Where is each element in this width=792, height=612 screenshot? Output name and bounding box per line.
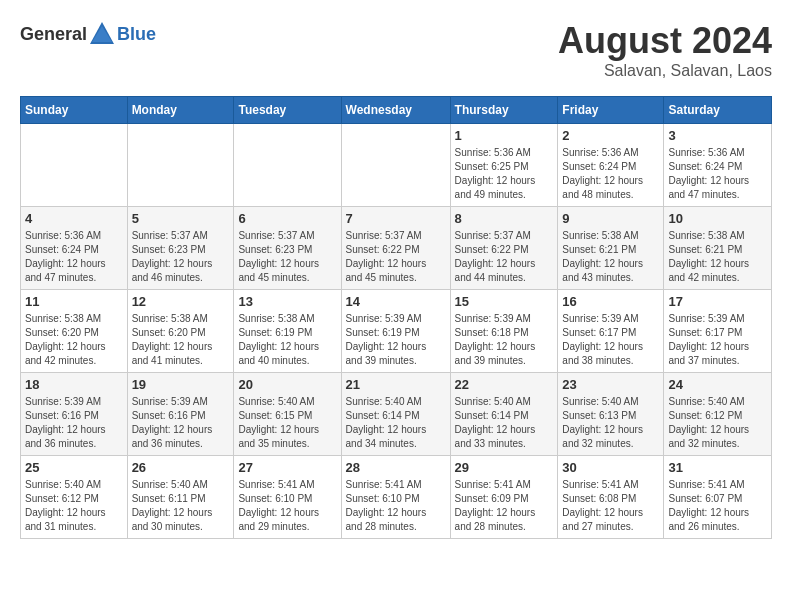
calendar-cell: 26Sunrise: 5:40 AM Sunset: 6:11 PM Dayli… — [127, 456, 234, 539]
day-info: Sunrise: 5:36 AM Sunset: 6:24 PM Dayligh… — [668, 146, 767, 202]
day-info: Sunrise: 5:41 AM Sunset: 6:10 PM Dayligh… — [238, 478, 336, 534]
calendar-cell: 20Sunrise: 5:40 AM Sunset: 6:15 PM Dayli… — [234, 373, 341, 456]
calendar-cell: 31Sunrise: 5:41 AM Sunset: 6:07 PM Dayli… — [664, 456, 772, 539]
day-number: 23 — [562, 377, 659, 392]
calendar-cell — [21, 124, 128, 207]
day-info: Sunrise: 5:40 AM Sunset: 6:12 PM Dayligh… — [25, 478, 123, 534]
day-number: 3 — [668, 128, 767, 143]
weekday-header-sunday: Sunday — [21, 97, 128, 124]
weekday-header-friday: Friday — [558, 97, 664, 124]
day-info: Sunrise: 5:41 AM Sunset: 6:07 PM Dayligh… — [668, 478, 767, 534]
day-info: Sunrise: 5:39 AM Sunset: 6:16 PM Dayligh… — [25, 395, 123, 451]
calendar-cell: 11Sunrise: 5:38 AM Sunset: 6:20 PM Dayli… — [21, 290, 128, 373]
calendar-cell: 8Sunrise: 5:37 AM Sunset: 6:22 PM Daylig… — [450, 207, 558, 290]
calendar-cell: 25Sunrise: 5:40 AM Sunset: 6:12 PM Dayli… — [21, 456, 128, 539]
day-info: Sunrise: 5:37 AM Sunset: 6:23 PM Dayligh… — [238, 229, 336, 285]
weekday-header-thursday: Thursday — [450, 97, 558, 124]
logo: General Blue — [20, 20, 156, 48]
calendar-cell: 2Sunrise: 5:36 AM Sunset: 6:24 PM Daylig… — [558, 124, 664, 207]
day-number: 10 — [668, 211, 767, 226]
calendar-cell: 23Sunrise: 5:40 AM Sunset: 6:13 PM Dayli… — [558, 373, 664, 456]
calendar-week-row: 25Sunrise: 5:40 AM Sunset: 6:12 PM Dayli… — [21, 456, 772, 539]
day-number: 11 — [25, 294, 123, 309]
day-info: Sunrise: 5:37 AM Sunset: 6:22 PM Dayligh… — [455, 229, 554, 285]
calendar-cell: 13Sunrise: 5:38 AM Sunset: 6:19 PM Dayli… — [234, 290, 341, 373]
weekday-header-saturday: Saturday — [664, 97, 772, 124]
calendar-cell: 18Sunrise: 5:39 AM Sunset: 6:16 PM Dayli… — [21, 373, 128, 456]
calendar-cell: 19Sunrise: 5:39 AM Sunset: 6:16 PM Dayli… — [127, 373, 234, 456]
day-info: Sunrise: 5:40 AM Sunset: 6:11 PM Dayligh… — [132, 478, 230, 534]
day-number: 5 — [132, 211, 230, 226]
day-number: 21 — [346, 377, 446, 392]
day-number: 25 — [25, 460, 123, 475]
calendar-cell: 27Sunrise: 5:41 AM Sunset: 6:10 PM Dayli… — [234, 456, 341, 539]
day-number: 1 — [455, 128, 554, 143]
calendar-week-row: 11Sunrise: 5:38 AM Sunset: 6:20 PM Dayli… — [21, 290, 772, 373]
calendar-cell: 22Sunrise: 5:40 AM Sunset: 6:14 PM Dayli… — [450, 373, 558, 456]
calendar-week-row: 1Sunrise: 5:36 AM Sunset: 6:25 PM Daylig… — [21, 124, 772, 207]
calendar-cell: 30Sunrise: 5:41 AM Sunset: 6:08 PM Dayli… — [558, 456, 664, 539]
logo-general-text: General — [20, 24, 87, 45]
svg-marker-1 — [92, 26, 112, 42]
calendar-cell: 5Sunrise: 5:37 AM Sunset: 6:23 PM Daylig… — [127, 207, 234, 290]
weekday-header-wednesday: Wednesday — [341, 97, 450, 124]
weekday-header-monday: Monday — [127, 97, 234, 124]
day-number: 24 — [668, 377, 767, 392]
day-info: Sunrise: 5:37 AM Sunset: 6:23 PM Dayligh… — [132, 229, 230, 285]
day-info: Sunrise: 5:40 AM Sunset: 6:14 PM Dayligh… — [346, 395, 446, 451]
day-number: 17 — [668, 294, 767, 309]
day-number: 9 — [562, 211, 659, 226]
day-number: 13 — [238, 294, 336, 309]
calendar-cell: 29Sunrise: 5:41 AM Sunset: 6:09 PM Dayli… — [450, 456, 558, 539]
calendar-cell: 6Sunrise: 5:37 AM Sunset: 6:23 PM Daylig… — [234, 207, 341, 290]
day-number: 20 — [238, 377, 336, 392]
calendar-cell — [341, 124, 450, 207]
calendar-cell: 12Sunrise: 5:38 AM Sunset: 6:20 PM Dayli… — [127, 290, 234, 373]
day-info: Sunrise: 5:38 AM Sunset: 6:21 PM Dayligh… — [668, 229, 767, 285]
calendar-table: SundayMondayTuesdayWednesdayThursdayFrid… — [20, 96, 772, 539]
day-number: 4 — [25, 211, 123, 226]
calendar-cell — [234, 124, 341, 207]
day-info: Sunrise: 5:40 AM Sunset: 6:15 PM Dayligh… — [238, 395, 336, 451]
day-info: Sunrise: 5:38 AM Sunset: 6:20 PM Dayligh… — [25, 312, 123, 368]
day-info: Sunrise: 5:36 AM Sunset: 6:25 PM Dayligh… — [455, 146, 554, 202]
calendar-cell — [127, 124, 234, 207]
calendar-cell: 9Sunrise: 5:38 AM Sunset: 6:21 PM Daylig… — [558, 207, 664, 290]
day-number: 27 — [238, 460, 336, 475]
title-block: August 2024 Salavan, Salavan, Laos — [558, 20, 772, 80]
day-number: 12 — [132, 294, 230, 309]
day-info: Sunrise: 5:38 AM Sunset: 6:21 PM Dayligh… — [562, 229, 659, 285]
day-number: 22 — [455, 377, 554, 392]
day-info: Sunrise: 5:41 AM Sunset: 6:08 PM Dayligh… — [562, 478, 659, 534]
logo-icon — [88, 20, 116, 48]
calendar-cell: 16Sunrise: 5:39 AM Sunset: 6:17 PM Dayli… — [558, 290, 664, 373]
calendar-cell: 24Sunrise: 5:40 AM Sunset: 6:12 PM Dayli… — [664, 373, 772, 456]
location-subtitle: Salavan, Salavan, Laos — [558, 62, 772, 80]
calendar-cell: 1Sunrise: 5:36 AM Sunset: 6:25 PM Daylig… — [450, 124, 558, 207]
day-number: 8 — [455, 211, 554, 226]
day-info: Sunrise: 5:39 AM Sunset: 6:19 PM Dayligh… — [346, 312, 446, 368]
day-info: Sunrise: 5:36 AM Sunset: 6:24 PM Dayligh… — [562, 146, 659, 202]
day-info: Sunrise: 5:40 AM Sunset: 6:14 PM Dayligh… — [455, 395, 554, 451]
calendar-cell: 21Sunrise: 5:40 AM Sunset: 6:14 PM Dayli… — [341, 373, 450, 456]
calendar-week-row: 4Sunrise: 5:36 AM Sunset: 6:24 PM Daylig… — [21, 207, 772, 290]
day-info: Sunrise: 5:39 AM Sunset: 6:17 PM Dayligh… — [562, 312, 659, 368]
day-number: 16 — [562, 294, 659, 309]
day-info: Sunrise: 5:36 AM Sunset: 6:24 PM Dayligh… — [25, 229, 123, 285]
day-info: Sunrise: 5:39 AM Sunset: 6:17 PM Dayligh… — [668, 312, 767, 368]
calendar-cell: 10Sunrise: 5:38 AM Sunset: 6:21 PM Dayli… — [664, 207, 772, 290]
page-header: General Blue August 2024 Salavan, Salava… — [20, 20, 772, 80]
calendar-cell: 15Sunrise: 5:39 AM Sunset: 6:18 PM Dayli… — [450, 290, 558, 373]
calendar-cell: 28Sunrise: 5:41 AM Sunset: 6:10 PM Dayli… — [341, 456, 450, 539]
day-info: Sunrise: 5:37 AM Sunset: 6:22 PM Dayligh… — [346, 229, 446, 285]
day-info: Sunrise: 5:40 AM Sunset: 6:12 PM Dayligh… — [668, 395, 767, 451]
calendar-cell: 7Sunrise: 5:37 AM Sunset: 6:22 PM Daylig… — [341, 207, 450, 290]
calendar-cell: 4Sunrise: 5:36 AM Sunset: 6:24 PM Daylig… — [21, 207, 128, 290]
logo-blue-text: Blue — [117, 24, 156, 45]
day-number: 14 — [346, 294, 446, 309]
day-info: Sunrise: 5:41 AM Sunset: 6:09 PM Dayligh… — [455, 478, 554, 534]
day-info: Sunrise: 5:38 AM Sunset: 6:20 PM Dayligh… — [132, 312, 230, 368]
day-number: 29 — [455, 460, 554, 475]
day-number: 7 — [346, 211, 446, 226]
calendar-cell: 17Sunrise: 5:39 AM Sunset: 6:17 PM Dayli… — [664, 290, 772, 373]
